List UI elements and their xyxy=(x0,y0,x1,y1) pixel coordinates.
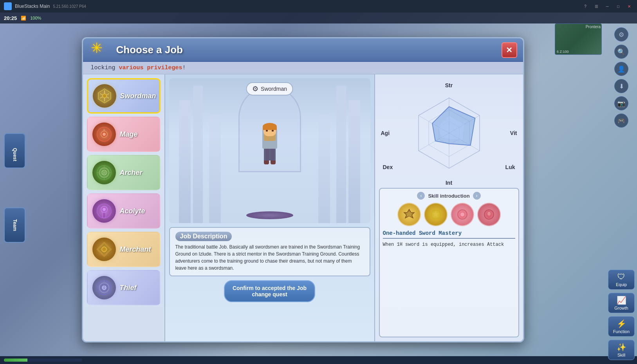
job-item-swordman[interactable]: Swordman xyxy=(87,78,161,114)
help-button[interactable]: ? xyxy=(581,2,589,10)
menu-button[interactable]: ☰ xyxy=(592,2,600,10)
stat-agi-label: Agi xyxy=(381,130,390,136)
battery-percent: 100% xyxy=(30,16,41,20)
bg-column-5 xyxy=(336,86,346,223)
minimize-button[interactable]: ─ xyxy=(603,2,611,10)
subtitle-highlight: various privileges xyxy=(119,65,182,71)
bg-column-3 xyxy=(209,115,221,223)
maximize-button[interactable]: □ xyxy=(614,2,622,10)
job-item-mage[interactable]: Mage xyxy=(87,117,161,152)
skill-next-button[interactable]: › xyxy=(473,192,481,200)
merchant-name: Merchant xyxy=(120,245,151,254)
skill-desc: When 1H sword is equipped, increases Att… xyxy=(383,241,515,248)
skill-nav: ‹ Skill introduction › xyxy=(383,192,515,200)
char-eye-left xyxy=(266,130,268,132)
stats-panel: Str Agi Vit Dex Luk Int xyxy=(374,74,523,341)
char-foot-left xyxy=(264,160,269,164)
job-dialog: ✳ Choose a Job ✕ locking various privile… xyxy=(82,37,524,342)
battery-icon: 📶 xyxy=(21,16,26,21)
sidebar-icon-4[interactable]: ⬇ xyxy=(614,79,628,93)
preview-label: ⚙ Swordman xyxy=(246,82,293,96)
subtitle-text: locking various privileges! xyxy=(91,65,186,71)
thief-name: Thief xyxy=(120,284,137,292)
clock: 20:25 xyxy=(4,15,17,21)
job-list: Swordman Mage xyxy=(83,74,165,341)
char-hair xyxy=(263,123,277,130)
dialog-overlay: ✳ Choose a Job ✕ locking various privile… xyxy=(0,23,606,356)
job-preview: ⚙ Swordman xyxy=(165,74,374,341)
skill-nav-title: Skill introduction xyxy=(428,193,469,199)
right-sidebar: ⚙ 🔍 👤 ⬇ 📷 🎮 🛡 Equip 📈 Growth ⚡ Function … xyxy=(606,23,637,364)
acolyte-name: Acolyte xyxy=(120,207,145,215)
sidebar-icon-3[interactable]: 👤 xyxy=(614,62,628,76)
stat-vit-label: Vit xyxy=(510,130,517,136)
star-icon: ✳ xyxy=(91,40,110,56)
dialog-header: ✳ Choose a Job ✕ xyxy=(83,38,523,62)
char-leg-right xyxy=(271,149,274,160)
thief-emblem xyxy=(92,276,116,299)
job-desc-text: The traditional battle Job. Basically al… xyxy=(175,243,364,272)
svg-point-37 xyxy=(406,212,412,217)
skill-button[interactable]: ✨ Skill xyxy=(608,340,635,360)
skill-section: ‹ Skill introduction › xyxy=(379,188,519,337)
header-icon: ✳ xyxy=(91,40,110,59)
job-description-box: Job Description The traditional battle J… xyxy=(169,227,370,276)
skill-icon-4[interactable] xyxy=(477,203,501,226)
sidebar-icon-6[interactable]: 🎮 xyxy=(614,114,628,128)
sidebar-icon-5[interactable]: 📷 xyxy=(614,96,628,110)
swordman-name: Swordman xyxy=(120,92,156,100)
job-desc-title: Job Description xyxy=(175,232,232,241)
job-item-merchant[interactable]: Merchant xyxy=(87,232,161,267)
title-bar: BlueStacks Main 5.21.560.1027 P64 ? ☰ ─ … xyxy=(0,0,637,13)
char-leg-left xyxy=(265,149,269,160)
sidebar-icon-2[interactable]: 🔍 xyxy=(614,45,628,59)
bg-column-6 xyxy=(318,115,330,223)
svg-point-40 xyxy=(460,213,464,216)
character-sprite xyxy=(254,125,285,188)
sidebar-icon-1[interactable]: ⚙ xyxy=(614,27,628,41)
skill-prev-button[interactable]: ‹ xyxy=(417,192,425,200)
confirm-button[interactable]: Confirm to accepted the Jobchange quest xyxy=(224,280,315,302)
subtitle-prefix: locking xyxy=(91,65,119,71)
svg-point-5 xyxy=(103,94,106,98)
skill-icon-3[interactable] xyxy=(451,203,474,226)
skill-icons-row xyxy=(383,203,515,226)
character-platform xyxy=(246,211,293,219)
bg-column-2 xyxy=(193,86,203,223)
radar-chart xyxy=(402,86,496,180)
close-button[interactable]: ✕ xyxy=(502,42,517,58)
function-button[interactable]: ⚡ Function xyxy=(608,316,635,337)
job-item-thief[interactable]: Thief xyxy=(87,270,161,305)
skill-icon-2[interactable] xyxy=(424,203,448,226)
growth-button[interactable]: 📈 Growth xyxy=(608,293,635,313)
char-head xyxy=(263,125,276,136)
archer-emblem xyxy=(92,161,116,184)
archer-name: Archer xyxy=(120,169,143,177)
subtitle-suffix: ! xyxy=(182,65,186,71)
skill-icon-1[interactable] xyxy=(397,203,421,226)
equip-button[interactable]: 🛡 Equip xyxy=(608,270,635,290)
job-item-acolyte[interactable]: Acolyte xyxy=(87,193,161,229)
swordman-emblem xyxy=(93,84,116,108)
char-feet xyxy=(263,160,276,164)
mage-name: Mage xyxy=(120,130,138,139)
preview-scene: ⚙ Swordman xyxy=(169,78,370,223)
dialog-content: Swordman Mage xyxy=(83,74,523,341)
acolyte-emblem xyxy=(92,199,116,223)
stat-luk-label: Luk xyxy=(505,164,515,170)
job-item-archer[interactable]: Archer xyxy=(87,155,161,190)
char-foot-right xyxy=(271,160,276,164)
svg-rect-18 xyxy=(103,213,106,218)
char-eye-right xyxy=(272,130,274,132)
skill-name: One-handed Sword Mastery xyxy=(383,230,515,239)
stat-str-label: Str xyxy=(445,82,453,88)
svg-point-21 xyxy=(102,247,106,252)
version-text: 5.21.560.1027 P64 xyxy=(53,4,86,9)
bg-column-4 xyxy=(348,100,360,223)
merchant-emblem xyxy=(92,238,116,261)
svg-point-8 xyxy=(103,133,106,136)
svg-point-43 xyxy=(487,212,491,216)
bottom-bar xyxy=(0,356,637,364)
close-window-button[interactable]: ✕ xyxy=(625,2,633,10)
status-bar: 20:25 📶 100% xyxy=(0,13,637,23)
